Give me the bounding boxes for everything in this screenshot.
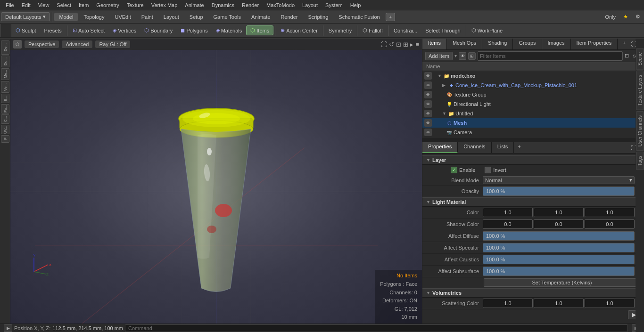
affect-specular-slider[interactable]: 100.0 % bbox=[483, 243, 635, 252]
items-add-tab[interactable]: + bbox=[619, 39, 629, 49]
boundary-button[interactable]: ⬡ Boundary bbox=[140, 26, 176, 35]
opacity-slider[interactable]: 100.0 % bbox=[483, 186, 635, 196]
tab-lists[interactable]: Lists bbox=[492, 142, 514, 153]
add-item-arrow[interactable]: ▾ bbox=[454, 53, 457, 58]
cone-expand-arrow[interactable]: ▶ bbox=[442, 83, 447, 88]
bottom-expand-btn[interactable]: ▶ bbox=[4, 324, 12, 332]
shadow-b-field[interactable]: 0.0 bbox=[585, 219, 635, 229]
menu-item[interactable]: Item bbox=[75, 1, 92, 9]
workplane-button[interactable]: ⬡ WorkPlane bbox=[468, 26, 507, 35]
tab-properties[interactable]: Properties bbox=[422, 142, 458, 153]
volumetrics-group-header[interactable]: ▼ Volumetrics bbox=[422, 288, 644, 298]
command-input[interactable] bbox=[125, 324, 628, 332]
scattering-r-field[interactable]: 1.0 bbox=[483, 299, 533, 308]
invert-checkbox[interactable] bbox=[485, 167, 491, 173]
cone-eye-icon[interactable]: 👁 bbox=[424, 81, 432, 89]
shadow-g-field[interactable]: 0.0 bbox=[534, 219, 584, 229]
tab-uvedit[interactable]: UVEdit bbox=[110, 13, 135, 21]
texture-eye-icon[interactable]: 👁 bbox=[424, 91, 432, 98]
viewport-reset-icon[interactable]: ↺ bbox=[389, 41, 394, 48]
color-b-field[interactable]: 1.0 bbox=[585, 208, 635, 217]
add-tab-button[interactable]: + bbox=[386, 13, 395, 21]
tab-mesh-ops[interactable]: Mesh Ops bbox=[447, 39, 482, 49]
tree-row-texture[interactable]: 👁 Texture Group bbox=[422, 90, 644, 99]
side-tab-scene[interactable]: Scene bbox=[636, 48, 644, 70]
auto-select-button[interactable]: ⊡ Auto Select bbox=[69, 26, 108, 35]
tree-row-light[interactable]: 👁 Directional Light bbox=[422, 99, 644, 109]
color-g-field[interactable]: 1.0 bbox=[534, 208, 584, 217]
viewport-more-icon[interactable]: ▸ bbox=[410, 41, 413, 48]
presets-button[interactable]: Presets bbox=[41, 26, 66, 35]
blend-mode-dropdown[interactable]: Normal ▾ bbox=[483, 176, 635, 184]
symmetry-button[interactable]: Symmetry bbox=[325, 26, 356, 35]
left-btn-7[interactable]: C... bbox=[1, 114, 9, 124]
materials-button[interactable]: ◈ Materials bbox=[212, 26, 246, 35]
left-btn-2[interactable]: Du... bbox=[1, 56, 9, 67]
tab-topology[interactable]: Topology bbox=[79, 13, 109, 21]
tab-render[interactable]: Render bbox=[276, 13, 302, 21]
menu-maxtomodo[interactable]: MaxToModo bbox=[263, 1, 298, 9]
viewport-icon[interactable]: ⬡ bbox=[13, 40, 22, 49]
light-eye-icon[interactable]: 👁 bbox=[424, 100, 432, 108]
untitled-expand-arrow[interactable]: ▼ bbox=[442, 111, 447, 116]
color-r-field[interactable]: 1.0 bbox=[483, 208, 533, 217]
menu-edit[interactable]: Edit bbox=[18, 1, 34, 9]
tree-row-cone[interactable]: 👁 ▶ Cone_Ice_Cream_with_Cap_Mockup_Pista… bbox=[422, 81, 644, 90]
tab-images[interactable]: Images bbox=[542, 39, 571, 49]
modo-eye-icon[interactable]: 👁 bbox=[424, 72, 432, 80]
menu-vertex-map[interactable]: Vertex Map bbox=[148, 1, 182, 9]
items-vis-btn[interactable]: ⊞ bbox=[468, 52, 476, 60]
untitled-eye-icon[interactable]: 👁 bbox=[424, 110, 432, 117]
left-btn-4[interactable]: Ve... bbox=[1, 81, 9, 93]
scattering-b-field[interactable]: 1.0 bbox=[585, 299, 635, 308]
filter-icon[interactable]: ⊡ bbox=[625, 53, 629, 59]
left-btn-1[interactable]: De... bbox=[1, 40, 9, 55]
sculpt-button[interactable]: ⬡ Sculpt bbox=[12, 26, 40, 35]
falloff-button[interactable]: ⬡ Falloff bbox=[359, 26, 387, 35]
left-btn-9[interactable]: F bbox=[1, 135, 9, 143]
light-material-group-header[interactable]: ▼ Light Material bbox=[422, 197, 644, 207]
affect-caustics-slider[interactable]: 100.0 % bbox=[483, 255, 635, 264]
tab-game-tools[interactable]: Game Tools bbox=[209, 13, 246, 21]
affect-diffuse-slider[interactable]: 100.0 % bbox=[483, 231, 635, 241]
tree-row-mesh[interactable]: 👁 Mesh bbox=[422, 118, 644, 128]
tree-row-camera[interactable]: 👁 Camera bbox=[422, 128, 644, 137]
tab-scripting[interactable]: Scripting bbox=[304, 13, 333, 21]
side-tab-texture-layers[interactable]: Texture Layers bbox=[636, 71, 644, 110]
tab-paint[interactable]: Paint bbox=[137, 13, 158, 21]
advanced-btn[interactable]: Advanced bbox=[62, 40, 92, 48]
select-through-button[interactable]: Select Through bbox=[421, 26, 464, 35]
side-tab-tags[interactable]: Tags bbox=[636, 152, 644, 170]
menu-file[interactable]: File bbox=[2, 1, 18, 9]
tab-item-properties[interactable]: Item Properties bbox=[571, 39, 618, 49]
mesh-eye-icon[interactable]: 👁 bbox=[424, 119, 432, 127]
tree-row-untitled[interactable]: 👁 ▼ Untitled bbox=[422, 109, 644, 118]
tab-animate[interactable]: Animate bbox=[247, 13, 275, 21]
set-temperature-button[interactable]: Set Temperature (Kelvins) bbox=[484, 278, 640, 287]
polygons-button[interactable]: ◼ Polygons bbox=[177, 26, 211, 35]
scattering-g-field[interactable]: 1.0 bbox=[534, 299, 584, 308]
menu-texture[interactable]: Texture bbox=[123, 1, 148, 9]
enable-checkbox[interactable]: ✓ bbox=[451, 167, 457, 173]
menu-help[interactable]: Help bbox=[347, 1, 365, 9]
filter-items-input[interactable] bbox=[478, 51, 623, 61]
side-tab-user-channels[interactable]: User Channels bbox=[636, 111, 644, 151]
viewport-menu-icon[interactable]: ≡ bbox=[415, 41, 419, 48]
menu-render[interactable]: Render bbox=[238, 1, 263, 9]
constraints-button[interactable]: Constrai... bbox=[390, 26, 421, 35]
prop-add-tab[interactable]: + bbox=[514, 142, 524, 153]
viewport[interactable]: ⬡ Perspective Advanced Ray GL: Off ⛶ ↺ ⊡… bbox=[10, 39, 422, 324]
left-btn-5[interactable]: E... bbox=[1, 94, 9, 103]
tab-model[interactable]: Model bbox=[54, 13, 78, 21]
menu-system[interactable]: System bbox=[322, 1, 347, 9]
ray-gl-btn[interactable]: Ray GL: Off bbox=[95, 40, 130, 48]
tab-setup[interactable]: Setup bbox=[185, 13, 208, 21]
tab-channels[interactable]: Channels bbox=[458, 142, 491, 153]
menu-animate[interactable]: Animate bbox=[181, 1, 207, 9]
tab-layout[interactable]: Layout bbox=[159, 13, 184, 21]
viewport-expand-icon[interactable]: ⛶ bbox=[381, 41, 387, 48]
perspective-btn[interactable]: Perspective bbox=[25, 40, 59, 48]
affect-subsurface-slider[interactable]: 100.0 % bbox=[483, 267, 635, 276]
tab-shading[interactable]: Shading bbox=[482, 39, 513, 49]
tab-items[interactable]: Items bbox=[422, 39, 447, 49]
